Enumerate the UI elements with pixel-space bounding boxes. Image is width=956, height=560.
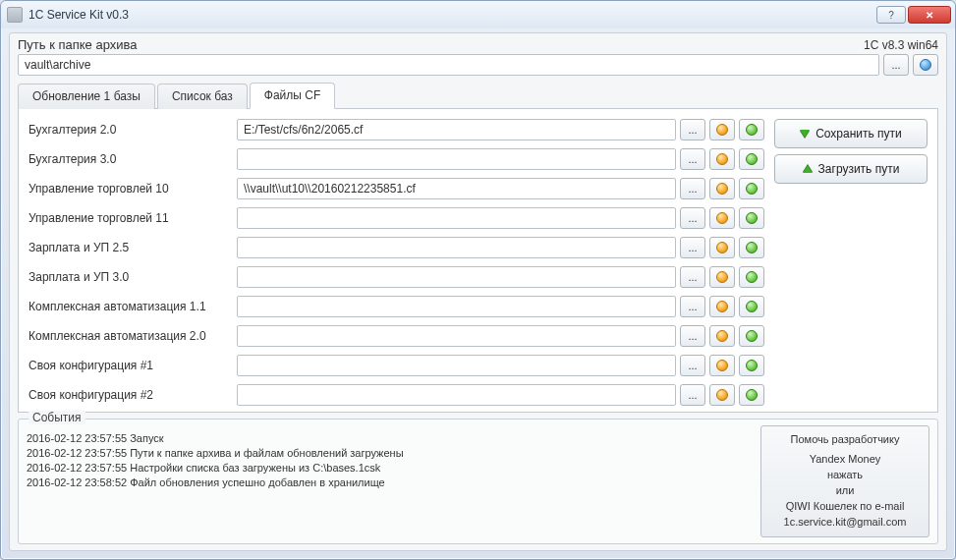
load-paths-button[interactable]: Загрузить пути <box>774 154 928 184</box>
cf-browse-button[interactable]: ... <box>680 119 705 140</box>
cf-label: Комплексная автоматизация 1.1 <box>28 300 233 313</box>
donate-line3: нажать <box>767 468 923 483</box>
help-button[interactable]: ? <box>876 6 906 24</box>
cf-row: Бухгалтерия 2.0... <box>28 119 764 140</box>
add-icon <box>746 183 758 195</box>
cf-path-input[interactable] <box>237 325 676 347</box>
folder-icon <box>716 212 728 224</box>
cf-row: Зарплата и УП 2.5... <box>28 237 764 258</box>
cf-open-button[interactable] <box>709 207 735 229</box>
cf-open-button[interactable] <box>709 237 735 258</box>
right-actions: Сохранить пути Загрузить пути <box>774 119 928 406</box>
archive-path-label: Путь к папке архива <box>18 37 138 52</box>
donate-line2: Yandex Money <box>767 452 923 468</box>
add-icon <box>746 301 758 312</box>
folder-icon <box>716 153 728 165</box>
cf-open-button[interactable] <box>709 355 735 376</box>
tab-base-list[interactable]: Список баз <box>157 84 248 109</box>
folder-icon <box>716 301 728 312</box>
cf-path-input[interactable] <box>237 119 676 140</box>
folder-icon <box>716 124 728 136</box>
cf-open-button[interactable] <box>709 384 735 406</box>
cf-browse-button[interactable]: ... <box>680 237 705 258</box>
cf-label: Своя конфигурация #1 <box>28 359 233 372</box>
cf-add-button[interactable] <box>739 237 764 258</box>
cf-add-button[interactable] <box>739 148 764 170</box>
cf-open-button[interactable] <box>709 296 735 317</box>
cf-path-input[interactable] <box>237 266 676 288</box>
cf-open-button[interactable] <box>709 325 735 347</box>
cf-add-button[interactable] <box>739 207 764 229</box>
cf-row: Комплексная автоматизация 1.1... <box>28 296 764 317</box>
cf-add-button[interactable] <box>739 266 764 288</box>
archive-browse-button[interactable]: ... <box>883 54 909 76</box>
cf-row: Своя конфигурация #1... <box>28 355 764 376</box>
cf-add-button[interactable] <box>739 355 764 376</box>
content: Путь к папке архива 1C v8.3 win64 ... Об… <box>9 32 947 551</box>
cf-browse-button[interactable]: ... <box>680 266 705 288</box>
cf-open-button[interactable] <box>709 119 735 140</box>
events-group: События 2016-02-12 23:57:55 Запуск2016-0… <box>18 419 938 544</box>
cf-add-button[interactable] <box>739 384 764 406</box>
tab-cf-files[interactable]: Файлы CF <box>250 83 335 109</box>
cf-row: Комплексная автоматизация 2.0... <box>28 325 764 347</box>
cf-path-input[interactable] <box>237 355 676 376</box>
tabs: Обновление 1 базы Список баз Файлы CF <box>18 82 938 109</box>
titlebar: 1C Service Kit v0.3 ? ✕ <box>1 1 955 28</box>
save-paths-button[interactable]: Сохранить пути <box>774 119 928 148</box>
tab-update-one-base[interactable]: Обновление 1 базы <box>18 84 155 109</box>
cf-label: Управление торговлей 10 <box>28 182 233 196</box>
log-line: 2016-02-12 23:57:55 Пути к папке архива … <box>27 446 753 461</box>
add-icon <box>746 124 758 136</box>
cf-open-button[interactable] <box>709 178 735 199</box>
add-icon <box>746 330 758 342</box>
cf-browse-button[interactable]: ... <box>680 148 705 170</box>
cf-row: Управление торговлей 10... <box>28 178 764 199</box>
load-paths-label: Загрузить пути <box>818 162 900 176</box>
save-paths-label: Сохранить пути <box>815 127 902 140</box>
cf-path-input[interactable] <box>237 148 676 170</box>
cf-rows: Бухгалтерия 2.0...Бухгалтерия 3.0...Упра… <box>28 119 764 406</box>
app-icon <box>7 7 23 23</box>
cf-add-button[interactable] <box>739 325 764 347</box>
cf-path-input[interactable] <box>237 237 676 258</box>
cf-path-input[interactable] <box>237 384 676 406</box>
cf-add-button[interactable] <box>739 296 764 317</box>
archive-network-button[interactable] <box>913 54 938 76</box>
cf-browse-button[interactable]: ... <box>680 384 705 406</box>
log-line: 2016-02-12 23:58:52 Файл обновления успе… <box>27 476 753 490</box>
add-icon <box>746 242 758 253</box>
donate-line1: Помочь разработчику <box>767 432 923 448</box>
event-log: 2016-02-12 23:57:55 Запуск2016-02-12 23:… <box>27 425 753 537</box>
cf-label: Своя конфигурация #2 <box>28 388 233 402</box>
add-icon <box>746 389 758 401</box>
cf-label: Управление торговлей 11 <box>28 211 233 225</box>
app-window: 1C Service Kit v0.3 ? ✕ Путь к папке арх… <box>0 0 956 560</box>
cf-browse-button[interactable]: ... <box>680 296 705 317</box>
donate-line4: или <box>767 483 923 499</box>
cf-path-input[interactable] <box>237 296 676 317</box>
cf-add-button[interactable] <box>739 178 764 199</box>
close-button[interactable]: ✕ <box>908 6 951 24</box>
folder-icon <box>716 360 728 371</box>
folder-icon <box>716 183 728 195</box>
cf-path-input[interactable] <box>237 207 676 229</box>
cf-open-button[interactable] <box>709 266 735 288</box>
cf-browse-button[interactable]: ... <box>680 207 705 229</box>
folder-icon <box>716 271 728 283</box>
cf-browse-button[interactable]: ... <box>680 355 705 376</box>
arrow-up-icon <box>803 165 813 173</box>
cf-browse-button[interactable]: ... <box>680 178 705 199</box>
donate-panel[interactable]: Помочь разработчику Yandex Money нажать … <box>760 425 929 537</box>
cf-open-button[interactable] <box>709 148 735 170</box>
archive-path-input[interactable] <box>18 54 879 76</box>
globe-icon <box>920 59 931 71</box>
cf-label: Бухгалтерия 3.0 <box>28 152 233 166</box>
cf-row: Зарплата и УП 3.0... <box>28 266 764 288</box>
add-icon <box>746 153 758 165</box>
add-icon <box>746 360 758 371</box>
cf-browse-button[interactable]: ... <box>680 325 705 347</box>
cf-row: Управление торговлей 11... <box>28 207 764 229</box>
cf-add-button[interactable] <box>739 119 764 140</box>
cf-path-input[interactable] <box>237 178 676 199</box>
